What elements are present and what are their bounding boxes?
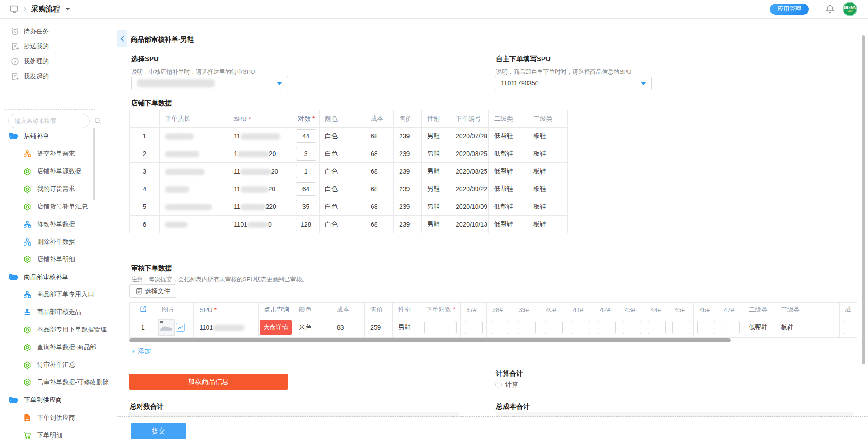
back-button[interactable] [117, 30, 127, 47]
table-row: 2 120 白色 68 239 男鞋 2020/08/25 低帮鞋 板鞋 [130, 145, 568, 163]
sidebar-folder-merch-review-replenish[interactable]: 商品部审核补单 [0, 268, 114, 286]
sidebar-item-shop-replenish-detail[interactable]: 店铺补单明细 [0, 251, 114, 268]
qty-input[interactable] [296, 218, 316, 231]
search-input[interactable] [9, 118, 94, 124]
cell-color: 白色 [320, 128, 365, 145]
col-cat3: 三级类 [775, 303, 840, 317]
sidebar-item-processed-by-me[interactable]: 我处理的 [0, 54, 114, 69]
redacted-text [165, 169, 205, 175]
size-input-42[interactable] [598, 321, 616, 334]
sidebar-item-initiated-by-me[interactable]: 我发起的 [0, 69, 114, 84]
submit-button[interactable]: 提交 [131, 423, 186, 439]
col-index [130, 110, 160, 128]
calc-radio-option[interactable]: 计算 [495, 381, 518, 389]
avatar[interactable]: SENMA Core [843, 2, 857, 16]
tree-label: 已审补单数据-可修改删除 [37, 379, 109, 387]
sidebar-item-pending-review-summary[interactable]: 待审补单汇总 [0, 356, 114, 374]
external-link-icon[interactable] [139, 305, 147, 313]
table-row: 4 1120 白色 68 239 男鞋 2020/09/22 低帮鞋 板鞋 [130, 180, 568, 198]
topbar-divider [817, 5, 817, 13]
order-qty-input[interactable] [424, 321, 457, 334]
qty-input[interactable] [296, 182, 316, 196]
cell-color: 米色 [293, 317, 331, 338]
required-asterisk: * [214, 306, 217, 313]
redacted-text [165, 151, 199, 157]
product-photo[interactable] [158, 319, 175, 336]
pending-spu-select[interactable] [131, 76, 288, 90]
chevron-left-icon [120, 35, 124, 42]
sidebar-item-merch-order-entry[interactable]: 商品部下单专用入口 [0, 286, 114, 303]
radio-icon[interactable] [495, 382, 502, 388]
sidebar-item-order-to-supplier[interactable]: 下单到供应商 [0, 409, 114, 426]
partial-input[interactable] [844, 321, 858, 334]
sidebar-item-todo-tasks[interactable]: 待办任务 [0, 24, 114, 39]
sidebar-scrollbar[interactable] [93, 128, 95, 200]
cell-cost: 68 [365, 216, 394, 233]
size-input-47[interactable] [722, 321, 740, 334]
app-manage-button[interactable]: 应用管理 [770, 4, 809, 15]
qty-input[interactable] [296, 200, 316, 213]
cell-cost: 68 [365, 180, 394, 198]
qty-input[interactable] [296, 147, 316, 161]
bell-icon[interactable] [826, 5, 835, 14]
size-input-44[interactable] [648, 321, 666, 334]
cell-order-qty [420, 317, 461, 338]
size-input-41[interactable] [572, 321, 590, 334]
cell-size-44 [645, 317, 669, 338]
tree-label: 店铺补单 [24, 132, 49, 140]
sidebar-item-merch-order-data-mgmt[interactable]: 商品部专用下单数据管理 [0, 321, 114, 339]
qty-input[interactable] [296, 129, 316, 143]
self-spu-select[interactable]: 11011790350 [495, 76, 652, 90]
sidebar-item-submit-replenish-demand[interactable]: 提交补单需求 [0, 145, 114, 163]
table-row: 1 11 白色 68 239 男鞋 2020/07/28 低帮鞋 板鞋 [130, 128, 568, 145]
caret-down-icon[interactable] [66, 8, 70, 10]
cell-size-46 [694, 317, 718, 338]
avatar-text: SENMA [844, 6, 856, 9]
cell-image [156, 317, 194, 338]
col-cat2: 二级类 [489, 110, 528, 128]
sidebar-item-reviewed-data-editable[interactable]: 已审补单数据-可修改删除 [0, 374, 114, 391]
horizontal-scrollbar[interactable] [129, 338, 731, 342]
add-row-link[interactable]: + 添加 [131, 347, 151, 355]
sidebar-item-shop-replenish-source-data[interactable]: 店铺补单源数据 [0, 163, 114, 180]
sidebar-item-query-replenish-data-merch[interactable]: 查询补单数据-商品部 [0, 339, 114, 356]
sidebar-item-delete-replenish-data[interactable]: 删除补单数据 [0, 233, 114, 251]
search-icon[interactable] [94, 118, 101, 124]
col-cost: 成本 [365, 110, 394, 128]
size-input-45[interactable] [672, 321, 690, 334]
window-icon[interactable] [10, 5, 19, 13]
load-product-info-button[interactable]: 加载商品信息 [129, 374, 288, 390]
size-input-38[interactable] [491, 321, 509, 334]
sidebar-item-order-detail[interactable]: 下单明细 [0, 426, 114, 444]
required-asterisk: * [312, 115, 315, 122]
sidebar-item-my-order-demand[interactable]: 我的订货需求 [0, 180, 114, 198]
choose-file-button[interactable]: 选择文件 [129, 284, 176, 298]
breadcrumb[interactable]: 采购流程 [31, 5, 60, 14]
qty-input[interactable] [296, 165, 316, 178]
size-input-43[interactable] [623, 321, 641, 334]
top-bar: 采购流程 应用管理 SENMA Core [0, 0, 868, 19]
flow-icon [24, 291, 31, 298]
tree-label: 下单明细 [37, 431, 62, 440]
calc-total-heading: 计算合计 [496, 369, 523, 378]
sidebar-folder-order-to-supplier[interactable]: 下单到供应商 [0, 391, 114, 409]
sidebar-item-modify-replenish-data[interactable]: 修改补单数据 [0, 215, 114, 233]
col-gender: 性别 [393, 303, 420, 317]
trend-chart-icon[interactable] [176, 323, 185, 332]
sidebar-item-merch-review-selection[interactable]: 商品部审核选品 [0, 303, 114, 321]
cart-icon [24, 432, 31, 439]
sidebar-folder-shop-replenish[interactable]: 店铺补单 [0, 128, 114, 145]
market-detail-button[interactable]: 大盘详情 [260, 320, 292, 335]
size-input-39[interactable] [518, 321, 536, 334]
page-scrollbar[interactable] [862, 35, 865, 364]
size-input-37[interactable] [465, 321, 483, 334]
file-icon [136, 288, 142, 295]
cell-color: 白色 [320, 198, 365, 216]
cell-manager [160, 128, 228, 145]
size-input-46[interactable] [697, 321, 715, 334]
sidebar-item-cc-to-me[interactable]: 抄送我的 [0, 39, 114, 54]
size-input-40[interactable] [545, 321, 563, 334]
spu-text: 20 [269, 150, 276, 157]
sidebar-item-shop-sku-replenish-summary[interactable]: 店铺货号补单汇总 [0, 198, 114, 216]
tree-label: 商品部下单专用入口 [37, 290, 94, 298]
